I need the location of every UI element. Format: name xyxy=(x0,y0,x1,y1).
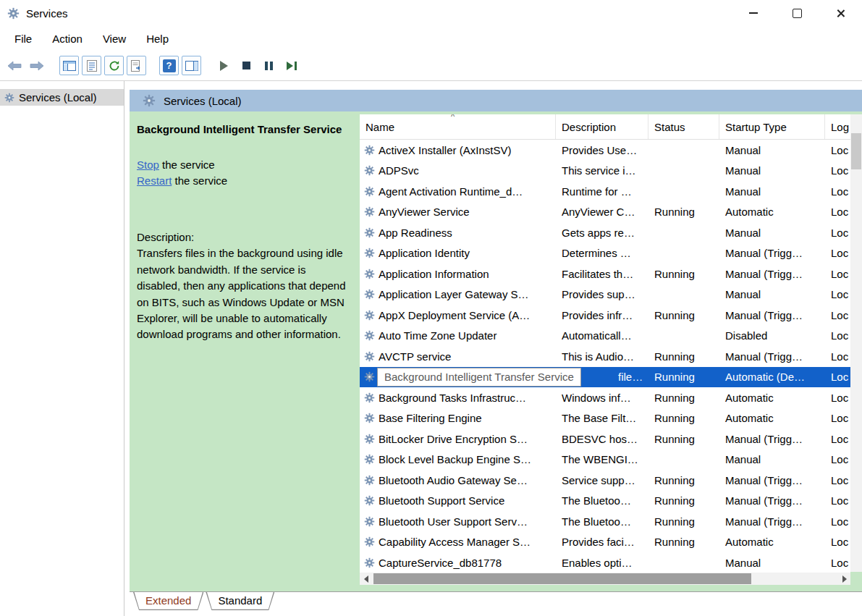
pause-service-button[interactable] xyxy=(259,56,279,75)
menu-help[interactable]: Help xyxy=(138,30,177,48)
cell-log-on-as: Loc xyxy=(825,268,850,280)
table-row[interactable]: Auto Time Zone Updater Automaticall… Dis… xyxy=(360,326,850,347)
menu-view[interactable]: View xyxy=(94,30,135,48)
cell-log-on-as: Loc xyxy=(825,247,850,259)
table-row[interactable]: Application Layer Gateway S… Provides su… xyxy=(360,284,850,305)
content-area: Services (Local) Services (Local) Backgr… xyxy=(0,81,862,616)
tab-extended[interactable]: Extended xyxy=(133,592,203,610)
cell-status: Running xyxy=(648,309,719,321)
refresh-button[interactable] xyxy=(104,56,124,75)
stop-service-icon xyxy=(242,62,250,69)
column-header-description[interactable]: Description xyxy=(556,114,648,139)
column-header-name[interactable]: ^ Name xyxy=(360,114,556,139)
vertical-scrollbar-thumb[interactable] xyxy=(851,133,861,169)
table-row[interactable]: Bluetooth User Support Serv… The Bluetoo… xyxy=(360,511,850,532)
scroll-right-button[interactable] xyxy=(838,573,850,585)
table-row[interactable]: BitLocker Drive Encryption S… BDESVC hos… xyxy=(360,429,850,450)
table-row[interactable]: ADPSvc This service i… Manual Loc xyxy=(360,161,850,182)
service-gear-icon xyxy=(364,413,375,423)
extended-view-button[interactable] xyxy=(182,56,201,75)
service-name: Application Information xyxy=(379,268,489,280)
tree-item-services-local[interactable]: Services (Local) xyxy=(0,89,124,106)
table-row[interactable]: Application Identity Determines … Manual… xyxy=(360,243,850,264)
properties-button[interactable] xyxy=(82,56,101,75)
table-row[interactable]: Block Level Backup Engine S… The WBENGI…… xyxy=(360,450,850,471)
cell-log-on-as: Loc xyxy=(825,329,850,342)
cell-status: Running xyxy=(648,371,719,383)
cell-status: Running xyxy=(648,206,719,218)
table-row[interactable]: ActiveX Installer (AxInstSV) Provides Us… xyxy=(360,140,850,161)
tab-standard[interactable]: Standard xyxy=(206,592,274,610)
vertical-scrollbar[interactable] xyxy=(850,114,862,572)
table-row[interactable]: Base Filtering Engine The Base Filt… Run… xyxy=(360,408,850,429)
cell-status: Running xyxy=(648,515,719,528)
cell-startup-type: Manual xyxy=(719,288,825,300)
cell-log-on-as: Loc xyxy=(825,164,850,177)
table-row[interactable]: Bluetooth Support Service The Bluetoo… R… xyxy=(360,491,850,512)
cell-name: Application Layer Gateway S… xyxy=(360,288,556,300)
column-header-log-on-as[interactable]: Log xyxy=(825,114,850,139)
stop-service-link[interactable]: Stop xyxy=(137,159,159,171)
pane-header-icon xyxy=(143,94,156,107)
cell-description: The WBENGI… xyxy=(556,453,648,465)
cell-name: Bluetooth Support Service xyxy=(360,494,556,507)
description-label: Description: xyxy=(137,229,351,245)
maximize-button[interactable] xyxy=(775,0,819,26)
service-gear-icon xyxy=(364,165,375,176)
cell-description: Enables opti… xyxy=(556,557,648,569)
table-row[interactable]: Agent Activation Runtime_d… Runtime for … xyxy=(360,181,850,202)
horizontal-scrollbar[interactable] xyxy=(360,573,850,585)
cell-name: ADPSvc xyxy=(360,164,556,177)
cell-startup-type: Manual xyxy=(719,185,825,198)
refresh-icon xyxy=(109,60,120,72)
help-button[interactable]: ? xyxy=(159,56,179,75)
table-row[interactable]: AVCTP service This is Audio… Running Man… xyxy=(360,346,850,367)
menu-action[interactable]: Action xyxy=(43,30,91,48)
table-row[interactable]: CaptureService_db81778 Enables opti… Man… xyxy=(360,552,850,573)
stop-service-button[interactable] xyxy=(237,56,256,75)
table-row[interactable]: Capability Access Manager S… Provides fa… xyxy=(360,532,850,553)
service-name: AnyViewer Service xyxy=(379,206,470,218)
forward-button[interactable] xyxy=(27,56,46,75)
table-row[interactable]: App Readiness Gets apps re… Manual Loc xyxy=(360,222,850,243)
start-service-button[interactable] xyxy=(214,56,234,75)
export-list-button[interactable] xyxy=(127,56,146,75)
table-row[interactable]: Bluetooth Audio Gateway Se… Service supp… xyxy=(360,470,850,491)
cell-log-on-as: Loc xyxy=(825,206,850,218)
cell-startup-type: Automatic xyxy=(719,392,825,404)
service-gear-icon xyxy=(364,227,375,238)
extended-view-icon xyxy=(185,61,198,71)
cell-log-on-as: Loc xyxy=(825,309,850,321)
table-row[interactable]: AnyViewer Service AnyViewer C… Running A… xyxy=(360,202,850,223)
services-table: ^ Name Description Status Startup Type L… xyxy=(360,114,850,573)
cell-description: Provides infr… xyxy=(556,309,648,321)
service-gear-icon xyxy=(364,516,375,527)
cell-description: Provides faci… xyxy=(556,536,648,548)
service-name: Block Level Backup Engine S… xyxy=(379,453,531,465)
horizontal-scrollbar-thumb[interactable] xyxy=(373,573,751,584)
table-row[interactable]: file… Running Automatic (De… Loc Backgro… xyxy=(360,367,850,388)
cell-startup-type: Manual (Trigg… xyxy=(719,433,825,445)
cell-startup-type: Manual (Trigg… xyxy=(719,309,825,321)
table-row[interactable]: AppX Deployment Service (A… Provides inf… xyxy=(360,305,850,326)
cell-startup-type: Automatic xyxy=(719,206,825,218)
cell-log-on-as: Loc xyxy=(825,288,850,300)
scroll-left-button[interactable] xyxy=(360,573,372,585)
service-name: Base Filtering Engine xyxy=(379,412,482,424)
minimize-button[interactable] xyxy=(732,0,775,26)
column-header-startup-type[interactable]: Startup Type xyxy=(719,114,825,139)
back-button[interactable] xyxy=(4,56,24,75)
show-console-tree-button[interactable] xyxy=(59,56,79,75)
pane-header: Services (Local) xyxy=(130,90,862,111)
table-row[interactable]: Background Tasks Infrastruc… Windows inf… xyxy=(360,387,850,408)
restart-service-button[interactable] xyxy=(282,56,301,75)
cell-description: Facilitates th… xyxy=(556,268,648,280)
cell-status: Running xyxy=(648,392,719,404)
column-header-status[interactable]: Status xyxy=(648,114,719,139)
table-row[interactable]: Application Information Facilitates th… … xyxy=(360,263,850,284)
service-gear-icon xyxy=(364,310,375,321)
restart-service-link[interactable]: Restart xyxy=(137,174,172,187)
restart-service-line: Restart the service xyxy=(137,173,351,189)
menu-file[interactable]: File xyxy=(6,30,41,48)
close-button[interactable] xyxy=(819,0,862,26)
